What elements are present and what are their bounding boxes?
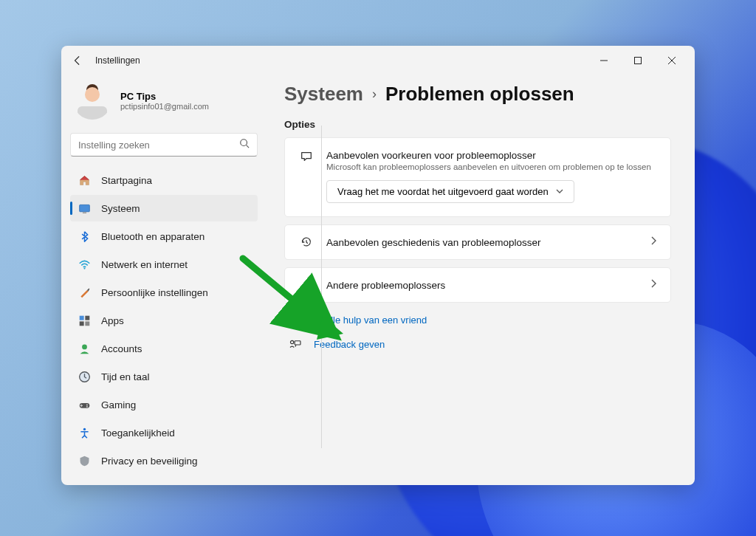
search-input[interactable]	[78, 140, 239, 151]
sidebar-item-bluetooth[interactable]: Bluetooth en apparaten	[70, 223, 258, 250]
section-label: Opties	[284, 119, 671, 130]
search-icon	[239, 138, 250, 151]
sidebar-item-label: Apps	[101, 315, 124, 326]
chevron-right-icon	[650, 236, 657, 249]
profile-area[interactable]: PC Tips pctipsinfo01@gmail.com	[70, 78, 258, 130]
divider	[321, 126, 322, 448]
breadcrumb-parent[interactable]: Systeem	[284, 83, 363, 106]
svg-point-20	[290, 340, 293, 343]
sidebar-item-label: Tijd en taal	[101, 371, 150, 382]
svg-point-17	[83, 427, 85, 430]
sidebar-item-label: Toegankelijkheid	[101, 427, 175, 439]
maximize-button[interactable]	[621, 49, 655, 72]
window-title: Instellingen	[95, 55, 140, 66]
history-icon	[298, 236, 315, 249]
chevron-right-icon	[650, 278, 657, 292]
sidebar-item-system[interactable]: Systeem	[70, 195, 258, 221]
bluetooth-icon	[78, 230, 91, 243]
svg-rect-5	[82, 212, 86, 213]
card-title: Aanbevolen geschiedenis van probleemoplo…	[326, 237, 638, 248]
person-icon	[78, 342, 91, 355]
card-title: Andere probleemoplossers	[326, 280, 638, 291]
sidebar-item-accessibility[interactable]: Toegankelijkheid	[70, 419, 258, 446]
svg-rect-4	[79, 205, 89, 211]
close-button[interactable]	[655, 49, 689, 72]
system-icon	[78, 202, 91, 215]
sidebar-item-privacy[interactable]: Privacy en beveiliging	[70, 447, 258, 474]
link-text: Feedback geven	[314, 339, 385, 350]
search-box[interactable]	[70, 133, 258, 157]
card-history[interactable]: Aanbevolen geschiedenis van probleemoplo…	[284, 224, 671, 260]
page-title: Problemen oplossen	[385, 83, 574, 106]
accessibility-icon	[78, 426, 91, 439]
sidebar-item-label: Bluetooth en apparaten	[101, 231, 205, 242]
wifi-icon	[78, 258, 91, 271]
feedback-icon	[287, 340, 303, 350]
sidebar: PC Tips pctipsinfo01@gmail.com Startpagi…	[61, 75, 267, 485]
sidebar-item-gaming[interactable]: Gaming	[70, 391, 258, 418]
gamepad-icon	[78, 398, 91, 411]
svg-rect-9	[79, 321, 83, 326]
svg-rect-19	[295, 315, 301, 320]
main-content: Systeem › Problemen oplossen Opties Aanb…	[267, 75, 695, 485]
sidebar-item-label: Persoonlijke instellingen	[101, 287, 208, 298]
card-other-troubleshooters[interactable]: Andere probleemoplossers	[284, 267, 671, 303]
back-button[interactable]	[67, 50, 88, 71]
avatar	[73, 81, 111, 120]
chevron-down-icon	[556, 186, 563, 197]
sidebar-item-network[interactable]: Netwerk en internet	[70, 251, 258, 278]
brush-icon	[78, 286, 91, 299]
nav-list: Startpagina Systeem Bluetooth en apparat…	[70, 167, 258, 474]
svg-point-13	[79, 371, 89, 382]
sidebar-item-apps[interactable]: Apps	[70, 307, 258, 334]
svg-rect-1	[635, 58, 642, 64]
card-recommended-preferences: Aanbevolen voorkeuren voor probleemoplos…	[284, 137, 671, 217]
minimize-button[interactable]	[587, 49, 621, 72]
clock-icon	[78, 370, 91, 383]
svg-point-2	[241, 140, 247, 146]
dropdown-value: Vraag het me voordat het uitgevoerd gaat…	[337, 186, 549, 197]
titlebar: Instellingen	[61, 46, 695, 75]
link-feedback[interactable]: Feedback geven	[284, 334, 671, 354]
link-quick-help[interactable]: Snelle hulp van een vriend	[284, 310, 671, 330]
svg-line-3	[247, 145, 250, 148]
card-title: Aanbevolen voorkeuren voor probleemoplos…	[326, 150, 657, 161]
shield-icon	[78, 454, 91, 467]
sidebar-item-label: Startpagina	[101, 175, 152, 186]
home-icon	[78, 173, 91, 187]
card-desc: Microsoft kan probleemoplossers aanbevel…	[326, 162, 657, 171]
svg-point-15	[86, 404, 87, 405]
profile-name: PC Tips	[120, 91, 209, 102]
svg-rect-7	[79, 315, 83, 320]
sidebar-item-label: Privacy en beveiliging	[101, 456, 198, 467]
breadcrumb: Systeem › Problemen oplossen	[284, 83, 671, 106]
sidebar-item-label: Netwerk en internet	[101, 259, 188, 270]
svg-point-6	[83, 267, 85, 269]
sidebar-item-label: Systeem	[101, 203, 140, 214]
sidebar-item-label: Accounts	[101, 343, 142, 354]
sidebar-item-personalization[interactable]: Persoonlijke instellingen	[70, 279, 258, 306]
link-text: Snelle hulp van een vriend	[314, 315, 427, 326]
chat-icon	[298, 150, 315, 163]
svg-point-11	[82, 344, 87, 349]
settings-window: Instellingen PC Tips pctipsinfo01@gmail.…	[61, 46, 695, 485]
sidebar-item-home[interactable]: Startpagina	[70, 167, 258, 193]
sidebar-item-time[interactable]: Tijd en taal	[70, 363, 258, 390]
chevron-right-icon: ›	[372, 86, 377, 102]
screens-icon	[287, 315, 303, 326]
profile-email: pctipsinfo01@gmail.com	[120, 102, 209, 111]
sidebar-item-label: Gaming	[101, 399, 136, 410]
troubleshooter-preference-dropdown[interactable]: Vraag het me voordat het uitgevoerd gaat…	[326, 180, 574, 203]
svg-rect-10	[85, 321, 89, 326]
wrench-icon	[298, 278, 315, 292]
svg-point-16	[86, 406, 87, 408]
svg-rect-8	[85, 315, 89, 320]
apps-icon	[78, 314, 91, 327]
svg-rect-21	[295, 340, 300, 344]
sidebar-item-accounts[interactable]: Accounts	[70, 335, 258, 362]
